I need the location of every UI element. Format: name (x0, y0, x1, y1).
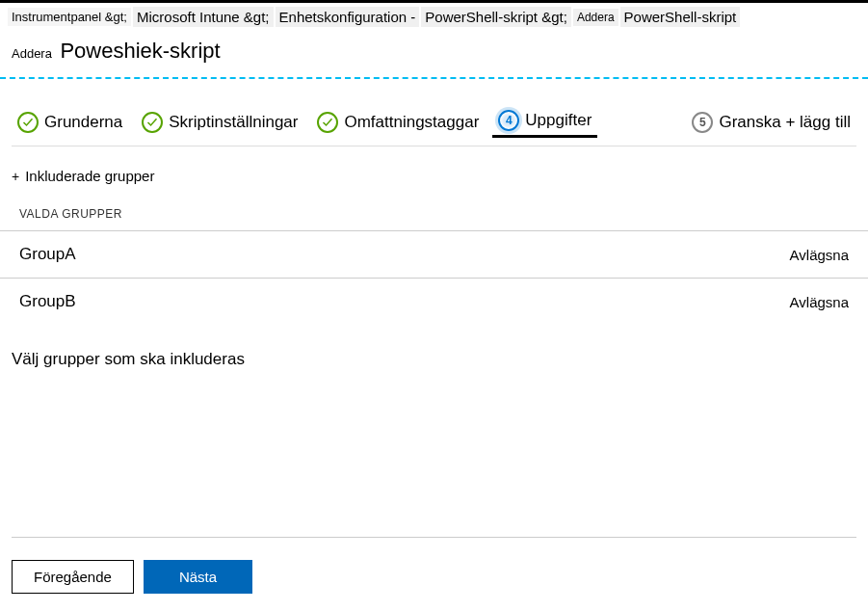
table-row: GroupA Avlägsna (0, 230, 868, 278)
step-number-icon: 4 (498, 110, 519, 131)
step-assignments-label: Uppgifter (525, 111, 592, 130)
step-basics[interactable]: Grunderna (12, 108, 128, 137)
page-header-prefix: Addera (12, 46, 52, 61)
group-name: GroupA (19, 245, 76, 264)
add-included-groups-button[interactable]: + Inkluderade grupper (0, 146, 868, 184)
breadcrumb-add-script: PowerShell-skript (620, 7, 741, 27)
step-basics-label: Grunderna (44, 113, 122, 132)
add-included-groups-label: Inkluderade grupper (25, 168, 154, 184)
breadcrumb: Instrumentpanel &gt; Microsoft Intune &g… (0, 3, 868, 31)
selected-groups-heading: VALDA GRUPPER (0, 184, 868, 230)
breadcrumb-powershell-scripts[interactable]: PowerShell-skript &gt; (421, 7, 571, 27)
plus-icon: + (12, 169, 19, 184)
check-icon (17, 112, 39, 133)
group-name: GroupB (19, 292, 76, 311)
footer-buttons: Föregående Nästa (12, 560, 252, 594)
remove-group-button[interactable]: Avlägsna (790, 294, 849, 310)
wizard-steps: Grunderna Skriptinställningar Omfattning… (0, 79, 868, 146)
breadcrumb-intune[interactable]: Microsoft Intune &gt; (133, 7, 274, 27)
step-assignments[interactable]: 4 Uppgifter (492, 106, 597, 138)
page-title: Poweshiek-skript (60, 39, 220, 63)
select-groups-link[interactable]: Välj grupper som ska inkluderas (0, 325, 868, 394)
check-icon (142, 112, 163, 133)
step-script-settings-label: Skriptinställningar (169, 113, 298, 132)
step-scope-tags[interactable]: Omfattningstaggar (311, 108, 485, 137)
next-button[interactable]: Nästa (144, 560, 252, 594)
breadcrumb-dashboard[interactable]: Instrumentpanel &gt; (8, 8, 131, 26)
breadcrumb-device-config[interactable]: Enhetskonfiguration - (276, 7, 420, 27)
remove-group-button[interactable]: Avlägsna (790, 247, 849, 263)
previous-button[interactable]: Föregående (12, 560, 134, 594)
page-header: Addera Poweshiek-skript (0, 31, 868, 75)
table-row: GroupB Avlägsna (0, 278, 868, 325)
breadcrumb-add-prefix: Addera (573, 9, 618, 26)
step-review-label: Granska + lägg till (719, 113, 851, 132)
step-number-icon: 5 (692, 112, 713, 133)
check-icon (317, 112, 338, 133)
step-scope-tags-label: Omfattningstaggar (344, 113, 479, 132)
step-script-settings[interactable]: Skriptinställningar (136, 108, 303, 137)
footer-divider (12, 537, 856, 538)
step-review[interactable]: 5 Granska + lägg till (686, 108, 856, 137)
